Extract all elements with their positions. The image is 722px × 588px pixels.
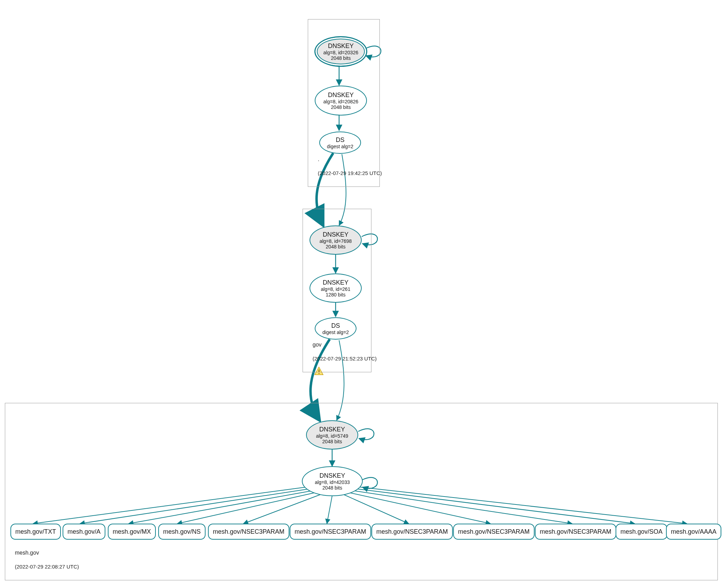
node-root-ksk-alg: alg=8, id=20326 [323, 50, 358, 55]
node-root-ksk-bits: 2048 bits [331, 55, 351, 61]
zone-root-name: . [318, 156, 319, 162]
svg-rect-2 [319, 373, 320, 374]
label: 1280 bits [326, 292, 346, 297]
node-rr-soa[interactable]: mesh.gov/SOA [616, 524, 667, 540]
node-rr-n3p-5[interactable]: mesh.gov/NSEC3PARAM [535, 524, 616, 540]
label: 2048 bits [331, 104, 351, 110]
label: mesh.gov/SOA [620, 528, 663, 535]
label: mesh.gov/NS [163, 528, 201, 535]
label: mesh.gov/MX [113, 528, 151, 535]
label: alg=8, id=261 [321, 286, 351, 292]
zone-mesh-name: mesh.gov [15, 550, 39, 556]
node-rr-ns[interactable]: mesh.gov/NS [158, 524, 206, 540]
label: DS [331, 322, 340, 329]
label: mesh.gov/A [67, 528, 101, 535]
label: digest alg=2 [322, 329, 349, 335]
label: 2048 bits [322, 439, 342, 444]
label: alg=8, id=7698 [320, 238, 352, 244]
label: DS [336, 136, 344, 144]
label: mesh.gov/NSEC3PARAM [458, 528, 530, 535]
label: mesh.gov/NSEC3PARAM [295, 528, 366, 535]
label: mesh.gov/NSEC3PARAM [376, 528, 448, 535]
node-gov-zsk[interactable]: DNSKEY alg=8, id=261 1280 bits [310, 273, 362, 303]
zone-root-ts: (2022-07-29 19:42:25 UTC) [318, 170, 382, 176]
node-mesh-ksk[interactable]: DNSKEY alg=8, id=5749 2048 bits [306, 420, 358, 450]
node-rr-txt[interactable]: mesh.gov/TXT [10, 524, 61, 540]
node-root-zsk[interactable]: DNSKEY alg=8, id=20826 2048 bits [315, 86, 367, 116]
node-gov-ksk[interactable]: DNSKEY alg=8, id=7698 2048 bits [310, 225, 362, 255]
label: mesh.gov/AAAA [671, 528, 716, 535]
label: DNSKEY [328, 92, 354, 99]
zone-gov-ts: (2022-07-29 21:52:23 UTC) [313, 356, 377, 361]
node-root-ksk-type: DNSKEY [328, 42, 354, 50]
zone-mesh: mesh.gov (2022-07-29 22:08:27 UTC) [5, 403, 718, 580]
node-rr-n3p-2[interactable]: mesh.gov/NSEC3PARAM [290, 524, 371, 540]
label: DNSKEY [319, 472, 345, 479]
label: DNSKEY [323, 231, 348, 238]
node-mesh-zsk[interactable]: DNSKEY alg=8, id=42033 2048 bits [302, 466, 363, 496]
node-rr-n3p-1[interactable]: mesh.gov/NSEC3PARAM [208, 524, 289, 540]
node-root-ds[interactable]: DS digest alg=2 [319, 132, 361, 154]
label: alg=8, id=20826 [323, 99, 358, 104]
label: mesh.gov/NSEC3PARAM [213, 528, 284, 535]
label: 2048 bits [326, 244, 346, 249]
label: digest alg=2 [327, 144, 353, 149]
node-rr-aaaa[interactable]: mesh.gov/AAAA [666, 524, 721, 540]
label: alg=8, id=42033 [315, 479, 350, 485]
node-rr-mx[interactable]: mesh.gov/MX [108, 524, 156, 540]
label: DNSKEY [319, 426, 345, 433]
zone-gov-name: gov [313, 342, 322, 348]
zone-mesh-label: mesh.gov (2022-07-29 22:08:27 UTC) [9, 542, 79, 577]
zone-mesh-ts: (2022-07-29 22:08:27 UTC) [15, 564, 79, 570]
label: 2048 bits [322, 485, 342, 491]
node-rr-n3p-3[interactable]: mesh.gov/NSEC3PARAM [371, 524, 453, 540]
label: mesh.gov/TXT [15, 528, 56, 535]
node-rr-n3p-4[interactable]: mesh.gov/NSEC3PARAM [453, 524, 535, 540]
node-gov-ds[interactable]: DS digest alg=2 [315, 317, 356, 340]
zone-gov-label: gov (2022-07-29 21:52:23 UTC) [306, 334, 377, 369]
label: mesh.gov/NSEC3PARAM [540, 528, 611, 535]
label: alg=8, id=5749 [316, 433, 348, 439]
node-rr-a[interactable]: mesh.gov/A [63, 524, 105, 540]
node-root-ksk[interactable]: DNSKEY alg=8, id=20326 2048 bits [315, 37, 367, 66]
label: DNSKEY [323, 279, 348, 286]
zone-root-label: . (2022-07-29 19:42:25 UTC) [312, 149, 382, 184]
